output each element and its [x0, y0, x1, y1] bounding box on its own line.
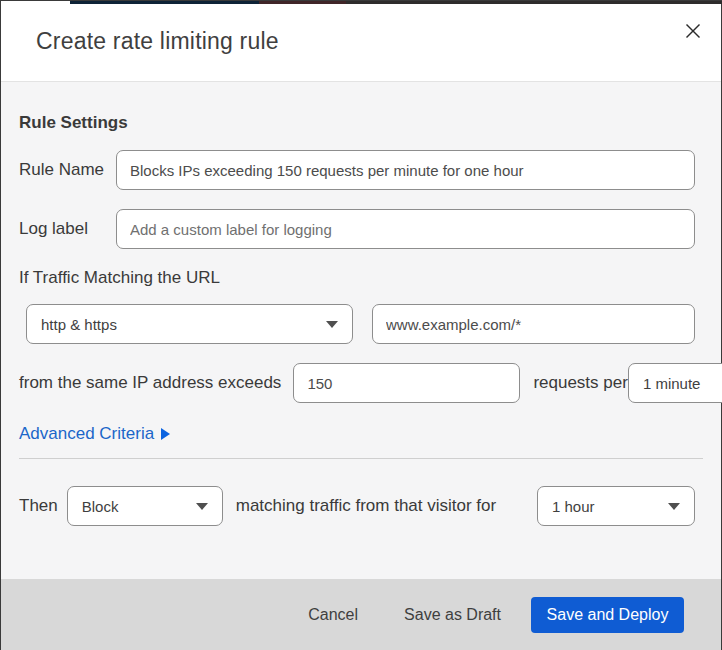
advanced-criteria-label: Advanced Criteria: [19, 424, 154, 444]
close-button[interactable]: [680, 18, 706, 44]
duration-dropdown[interactable]: 1 hour: [537, 486, 695, 526]
close-icon: [685, 23, 701, 39]
advanced-criteria-link[interactable]: Advanced Criteria: [19, 424, 170, 444]
background-strip-dark: [346, 1, 722, 4]
save-and-deploy-button[interactable]: Save and Deploy: [531, 597, 684, 633]
request-count-input[interactable]: [293, 363, 520, 403]
action-middle-text: matching traffic from that visitor for: [236, 496, 496, 516]
chevron-down-icon: [668, 503, 680, 510]
url-match-row: http & https: [26, 304, 695, 344]
then-label: Then: [19, 496, 58, 516]
requests-per-text: requests per: [533, 373, 628, 393]
threshold-prefix-text: from the same IP address exceeds: [19, 373, 281, 393]
background-page-edge: [1, 1, 721, 4]
cancel-button[interactable]: Cancel: [304, 600, 362, 630]
rule-name-row: Rule Name: [19, 150, 695, 190]
dialog-body: Rule Settings Rule Name Log label If Tra…: [1, 82, 721, 579]
rule-settings-heading: Rule Settings: [19, 113, 703, 132]
traffic-match-intro: If Traffic Matching the URL: [19, 268, 703, 287]
log-label-input[interactable]: [116, 209, 695, 249]
period-dropdown-value: 1 minute: [643, 375, 701, 392]
page-title: Create rate limiting rule: [36, 28, 279, 55]
log-label-label: Log label: [19, 219, 116, 239]
url-pattern-input[interactable]: [372, 304, 695, 344]
log-label-row: Log label: [19, 209, 695, 249]
chevron-down-icon: [326, 321, 338, 328]
section-divider: [19, 458, 703, 459]
dialog-footer: Cancel Save as Draft Save and Deploy: [1, 579, 721, 650]
chevron-down-icon: [196, 503, 208, 510]
background-strip-maroon: [259, 1, 346, 4]
action-dropdown[interactable]: Block: [67, 486, 223, 526]
scheme-dropdown[interactable]: http & https: [26, 304, 353, 344]
background-strip-navy: [70, 1, 259, 4]
create-rate-limiting-rule-dialog: Create rate limiting rule Rule Settings …: [0, 0, 722, 650]
action-dropdown-value: Block: [82, 498, 119, 515]
triangle-right-icon: [161, 428, 170, 440]
scheme-dropdown-value: http & https: [41, 316, 117, 333]
duration-dropdown-value: 1 hour: [552, 498, 595, 515]
period-dropdown[interactable]: 1 minute: [628, 363, 722, 403]
rule-name-label: Rule Name: [19, 160, 116, 180]
threshold-row: from the same IP address exceeds request…: [19, 363, 695, 403]
save-as-draft-button[interactable]: Save as Draft: [400, 600, 505, 630]
rule-name-input[interactable]: [116, 150, 695, 190]
dialog-header: Create rate limiting rule: [1, 1, 721, 82]
action-row: Then Block matching traffic from that vi…: [19, 486, 695, 526]
